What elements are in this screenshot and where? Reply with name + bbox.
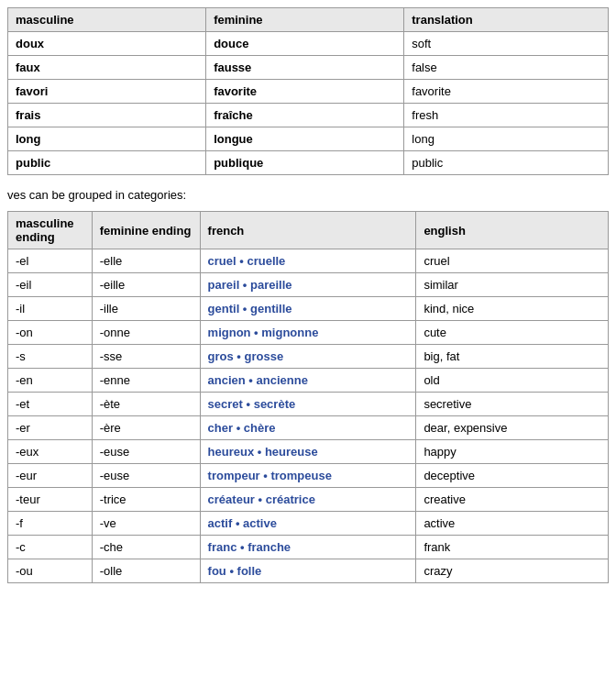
masculine-cell: favori bbox=[8, 80, 206, 104]
table-row: douxdoucesoft bbox=[8, 32, 609, 56]
english-cell: creative bbox=[416, 488, 609, 512]
table-row: -il-illegentil • gentillekind, nice bbox=[8, 297, 609, 321]
masc-ending-cell: -c bbox=[8, 536, 93, 559]
fem-ending-cell: -che bbox=[92, 536, 200, 559]
fem-ending-cell: -euse bbox=[92, 464, 200, 488]
feminine-cell: fraîche bbox=[206, 104, 404, 127]
fem-ending-cell: -eille bbox=[92, 273, 200, 297]
table1-header-feminine: feminine bbox=[206, 8, 404, 32]
french-cell: trompeur • trompeuse bbox=[200, 464, 416, 488]
feminine-cell: favorite bbox=[206, 80, 404, 104]
english-cell: cruel bbox=[416, 249, 609, 273]
table2-header-masc-ending: masculine ending bbox=[8, 212, 93, 249]
french-cell: gentil • gentille bbox=[200, 297, 416, 321]
french-cell: mignon • mignonne bbox=[200, 321, 416, 345]
masc-ending-cell: -en bbox=[8, 369, 93, 393]
table1-header-translation: translation bbox=[404, 8, 609, 32]
french-cell: heureux • heureuse bbox=[200, 440, 416, 464]
table-row: -eux-euseheureux • heureusehappy bbox=[8, 440, 609, 464]
feminine-cell: longue bbox=[206, 127, 404, 151]
masc-ending-cell: -er bbox=[8, 416, 93, 440]
fem-ending-cell: -ère bbox=[92, 416, 200, 440]
french-cell: créateur • créatrice bbox=[200, 488, 416, 512]
masc-ending-cell: -et bbox=[8, 393, 93, 416]
masc-ending-cell: -il bbox=[8, 297, 93, 321]
endings-table: masculine ending feminine ending french … bbox=[7, 211, 609, 583]
feminine-cell: douce bbox=[206, 32, 404, 56]
french-cell: secret • secrète bbox=[200, 393, 416, 416]
table-row: fauxfaussefalse bbox=[8, 56, 609, 80]
english-cell: frank bbox=[416, 536, 609, 559]
table-row: longlonguelong bbox=[8, 127, 609, 151]
masc-ending-cell: -on bbox=[8, 321, 93, 345]
masc-ending-cell: -eil bbox=[8, 273, 93, 297]
english-cell: similar bbox=[416, 273, 609, 297]
table-row: -ou-ollefou • follecrazy bbox=[8, 559, 609, 583]
note-text: ves can be grouped in categories: bbox=[7, 188, 609, 202]
feminine-cell: publique bbox=[206, 151, 404, 175]
masc-ending-cell: -eux bbox=[8, 440, 93, 464]
english-cell: old bbox=[416, 369, 609, 393]
english-cell: happy bbox=[416, 440, 609, 464]
table-row: publicpubliquepublic bbox=[8, 151, 609, 175]
fem-ending-cell: -enne bbox=[92, 369, 200, 393]
table2-container: masculine ending feminine ending french … bbox=[7, 211, 609, 583]
fem-ending-cell: -elle bbox=[92, 249, 200, 273]
table-row: fraisfraîchefresh bbox=[8, 104, 609, 127]
table-row: -s-ssegros • grossebig, fat bbox=[8, 345, 609, 369]
table-row: -er-èrecher • chèredear, expensive bbox=[8, 416, 609, 440]
table2-header-english: english bbox=[416, 212, 609, 249]
french-cell: gros • grosse bbox=[200, 345, 416, 369]
table-row: -f-veactif • activeactive bbox=[8, 512, 609, 536]
translation-cell: long bbox=[404, 127, 609, 151]
fem-ending-cell: -ille bbox=[92, 297, 200, 321]
fem-ending-cell: -onne bbox=[92, 321, 200, 345]
table-row: -et-ètesecret • secrètesecretive bbox=[8, 393, 609, 416]
french-cell: fou • folle bbox=[200, 559, 416, 583]
french-cell: actif • active bbox=[200, 512, 416, 536]
masc-ending-cell: -el bbox=[8, 249, 93, 273]
french-cell: cruel • cruelle bbox=[200, 249, 416, 273]
table-row: -el-ellecruel • cruellecruel bbox=[8, 249, 609, 273]
english-cell: big, fat bbox=[416, 345, 609, 369]
table-row: favorifavoritefavorite bbox=[8, 80, 609, 104]
fem-ending-cell: -ve bbox=[92, 512, 200, 536]
french-cell: franc • franche bbox=[200, 536, 416, 559]
table2-header-french: french bbox=[200, 212, 416, 249]
fem-ending-cell: -ète bbox=[92, 393, 200, 416]
french-cell: cher • chère bbox=[200, 416, 416, 440]
english-cell: secretive bbox=[416, 393, 609, 416]
masc-ending-cell: -f bbox=[8, 512, 93, 536]
translation-cell: soft bbox=[404, 32, 609, 56]
english-cell: dear, expensive bbox=[416, 416, 609, 440]
masculine-cell: doux bbox=[8, 32, 206, 56]
fem-ending-cell: -euse bbox=[92, 440, 200, 464]
masculine-cell: long bbox=[8, 127, 206, 151]
masculine-cell: faux bbox=[8, 56, 206, 80]
french-cell: ancien • ancienne bbox=[200, 369, 416, 393]
translation-cell: fresh bbox=[404, 104, 609, 127]
fem-ending-cell: -trice bbox=[92, 488, 200, 512]
english-cell: deceptive bbox=[416, 464, 609, 488]
table-row: -on-onnemignon • mignonnecute bbox=[8, 321, 609, 345]
english-cell: active bbox=[416, 512, 609, 536]
masculine-cell: frais bbox=[8, 104, 206, 127]
table-row: -en-enneancien • ancienneold bbox=[8, 369, 609, 393]
translation-cell: false bbox=[404, 56, 609, 80]
table1-header-masculine: masculine bbox=[8, 8, 206, 32]
fem-ending-cell: -olle bbox=[92, 559, 200, 583]
masculine-cell: public bbox=[8, 151, 206, 175]
masc-ending-cell: -teur bbox=[8, 488, 93, 512]
masc-ending-cell: -ou bbox=[8, 559, 93, 583]
adjectives-table: masculine feminine translation douxdouce… bbox=[7, 7, 609, 175]
table-row: -c-chefranc • franchefrank bbox=[8, 536, 609, 559]
table2-header-fem-ending: feminine ending bbox=[92, 212, 200, 249]
table-row: -eil-eillepareil • pareillesimilar bbox=[8, 273, 609, 297]
feminine-cell: fausse bbox=[206, 56, 404, 80]
french-cell: pareil • pareille bbox=[200, 273, 416, 297]
table1-container: masculine feminine translation douxdouce… bbox=[7, 7, 609, 175]
table-row: -teur-tricecréateur • créatricecreative bbox=[8, 488, 609, 512]
translation-cell: favorite bbox=[404, 80, 609, 104]
english-cell: crazy bbox=[416, 559, 609, 583]
masc-ending-cell: -eur bbox=[8, 464, 93, 488]
